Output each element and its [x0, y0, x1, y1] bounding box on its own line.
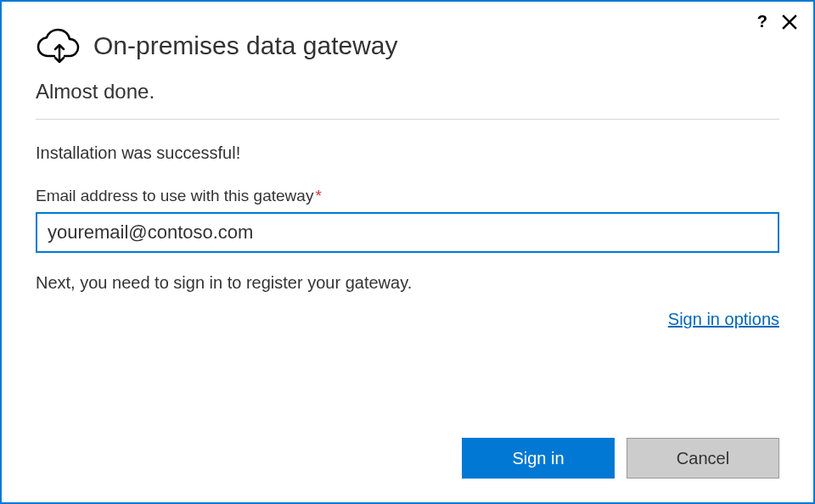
gateway-installer-window: ? On-premises data gateway Almost done. …	[0, 0, 815, 504]
close-icon[interactable]	[781, 14, 798, 31]
sign-in-options-link[interactable]: Sign in options	[668, 310, 779, 328]
required-indicator: *	[315, 187, 321, 204]
button-row: Sign in Cancel	[462, 438, 779, 479]
divider	[36, 119, 779, 120]
email-field-label: Email address to use with this gateway*	[36, 187, 779, 205]
subheading: Almost done.	[36, 80, 779, 104]
titlebar-controls: ?	[757, 12, 798, 31]
cancel-button[interactable]: Cancel	[627, 438, 779, 479]
close-x-svg	[782, 14, 797, 30]
content-area: Almost done. Installation was successful…	[2, 80, 813, 329]
help-icon[interactable]: ?	[757, 12, 767, 31]
install-success-message: Installation was successful!	[36, 143, 779, 163]
page-title: On-premises data gateway	[93, 31, 398, 60]
header: On-premises data gateway	[2, 2, 813, 75]
cloud-gateway-icon	[36, 27, 80, 64]
next-step-message: Next, you need to sign in to register yo…	[36, 273, 779, 293]
email-label-text: Email address to use with this gateway	[36, 187, 313, 204]
email-field[interactable]	[36, 212, 779, 253]
sign-in-button[interactable]: Sign in	[462, 438, 615, 479]
link-row: Sign in options	[36, 310, 779, 329]
